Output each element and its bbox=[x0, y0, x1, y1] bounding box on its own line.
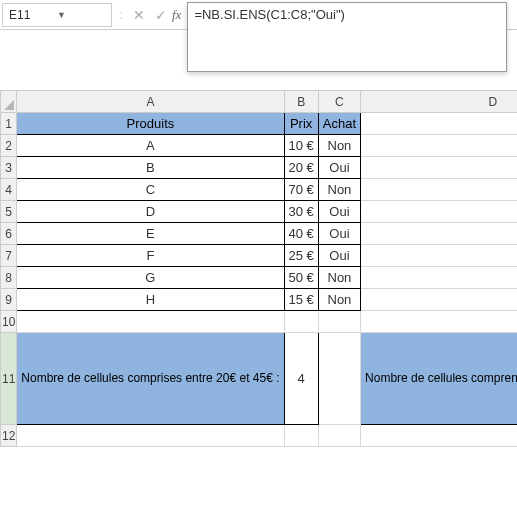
row-header-3[interactable]: 3 bbox=[1, 157, 17, 179]
cell-C7[interactable]: Oui bbox=[318, 245, 360, 267]
row-header-6[interactable]: 6 bbox=[1, 223, 17, 245]
cell-B1[interactable]: Prix bbox=[284, 113, 318, 135]
cell-B4[interactable]: 70 € bbox=[284, 179, 318, 201]
cell-C11[interactable] bbox=[318, 333, 360, 425]
cell-B7[interactable]: 25 € bbox=[284, 245, 318, 267]
cell-A3[interactable]: B bbox=[17, 157, 284, 179]
cell-D1[interactable] bbox=[361, 113, 517, 135]
cell-C6[interactable]: Oui bbox=[318, 223, 360, 245]
cell-A6[interactable]: E bbox=[17, 223, 284, 245]
cell-D2[interactable] bbox=[361, 135, 517, 157]
cell-B2[interactable]: 10 € bbox=[284, 135, 318, 157]
row-header-11[interactable]: 11 bbox=[1, 333, 17, 425]
cell-A12[interactable] bbox=[17, 425, 284, 447]
cell-C12[interactable] bbox=[318, 425, 360, 447]
cell-A9[interactable]: H bbox=[17, 289, 284, 311]
name-box[interactable]: E11 ▼ bbox=[2, 3, 112, 27]
cell-C2[interactable]: Non bbox=[318, 135, 360, 157]
cell-B11[interactable]: 4 bbox=[284, 333, 318, 425]
cell-C5[interactable]: Oui bbox=[318, 201, 360, 223]
cell-A8[interactable]: G bbox=[17, 267, 284, 289]
cell-A10[interactable] bbox=[17, 311, 284, 333]
cell-D10[interactable] bbox=[361, 311, 517, 333]
cell-B6[interactable]: 40 € bbox=[284, 223, 318, 245]
formula-bar: E11 ▼ : ✕ ✓ fx =NB.SI.ENS(C1:C8;"Oui") bbox=[0, 0, 517, 30]
chevron-down-icon[interactable]: ▼ bbox=[57, 10, 105, 20]
cell-A1[interactable]: Produits bbox=[17, 113, 284, 135]
cell-D9[interactable] bbox=[361, 289, 517, 311]
cell-D11[interactable]: Nombre de cellules comprenant le résulta… bbox=[361, 333, 517, 425]
cell-C4[interactable]: Non bbox=[318, 179, 360, 201]
cell-B5[interactable]: 30 € bbox=[284, 201, 318, 223]
cell-A4[interactable]: C bbox=[17, 179, 284, 201]
cell-C8[interactable]: Non bbox=[318, 267, 360, 289]
row-header-10[interactable]: 10 bbox=[1, 311, 17, 333]
cell-B10[interactable] bbox=[284, 311, 318, 333]
row-header-7[interactable]: 7 bbox=[1, 245, 17, 267]
enter-icon[interactable]: ✓ bbox=[150, 3, 172, 27]
row-header-4[interactable]: 4 bbox=[1, 179, 17, 201]
cell-C3[interactable]: Oui bbox=[318, 157, 360, 179]
cell-D6[interactable] bbox=[361, 223, 517, 245]
cell-D4[interactable] bbox=[361, 179, 517, 201]
cell-D12[interactable] bbox=[361, 425, 517, 447]
col-header-B[interactable]: B bbox=[284, 91, 318, 113]
cell-C9[interactable]: Non bbox=[318, 289, 360, 311]
cell-B12[interactable] bbox=[284, 425, 318, 447]
fx-icon[interactable]: fx bbox=[172, 7, 181, 23]
col-header-D[interactable]: D bbox=[361, 91, 517, 113]
row-header-1[interactable]: 1 bbox=[1, 113, 17, 135]
formula-input[interactable]: =NB.SI.ENS(C1:C8;"Oui") bbox=[187, 2, 507, 72]
name-box-value: E11 bbox=[9, 8, 57, 22]
cell-B3[interactable]: 20 € bbox=[284, 157, 318, 179]
cell-A5[interactable]: D bbox=[17, 201, 284, 223]
row-header-9[interactable]: 9 bbox=[1, 289, 17, 311]
row-header-12[interactable]: 12 bbox=[1, 425, 17, 447]
cell-A11[interactable]: Nombre de cellules comprises entre 20€ e… bbox=[17, 333, 284, 425]
cell-B9[interactable]: 15 € bbox=[284, 289, 318, 311]
cell-C1[interactable]: Achat bbox=[318, 113, 360, 135]
spreadsheet-grid[interactable]: A B C D E 1 Produits Prix Achat 2 A 10 €… bbox=[0, 90, 517, 447]
cell-B8[interactable]: 50 € bbox=[284, 267, 318, 289]
cell-D3[interactable] bbox=[361, 157, 517, 179]
cancel-icon[interactable]: ✕ bbox=[128, 3, 150, 27]
cell-D8[interactable] bbox=[361, 267, 517, 289]
select-all-corner[interactable] bbox=[1, 91, 17, 113]
row-header-2[interactable]: 2 bbox=[1, 135, 17, 157]
row-header-5[interactable]: 5 bbox=[1, 201, 17, 223]
col-header-C[interactable]: C bbox=[318, 91, 360, 113]
row-header-8[interactable]: 8 bbox=[1, 267, 17, 289]
cell-A2[interactable]: A bbox=[17, 135, 284, 157]
col-header-A[interactable]: A bbox=[17, 91, 284, 113]
cell-D7[interactable] bbox=[361, 245, 517, 267]
cell-D5[interactable] bbox=[361, 201, 517, 223]
separator: : bbox=[114, 7, 128, 22]
cell-A7[interactable]: F bbox=[17, 245, 284, 267]
cell-C10[interactable] bbox=[318, 311, 360, 333]
